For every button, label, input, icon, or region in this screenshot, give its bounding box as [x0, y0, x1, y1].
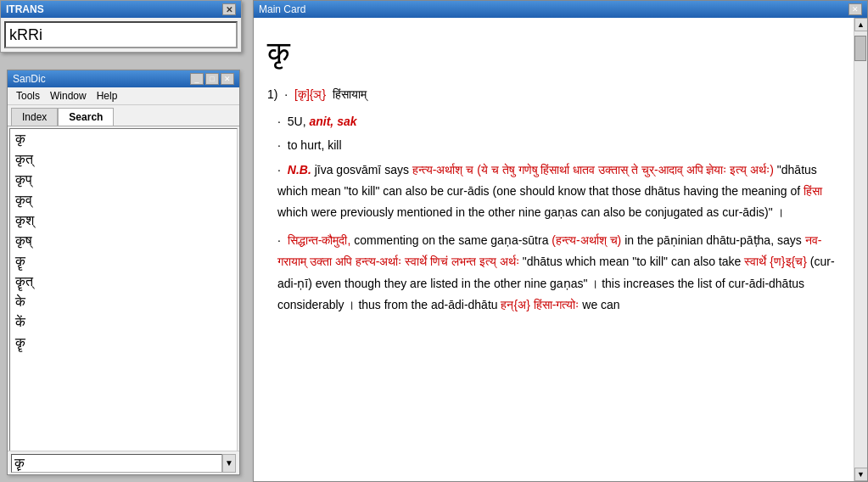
entry-1: 1) · [कृ]{ञ्} हिंसायाम्: [267, 85, 840, 105]
main-card-inner: कृ 1) · [कृ]{ञ्} हिंसायाम् · 5U, anit, s…: [254, 18, 867, 481]
para2: · सिद्धान्त-कौमुदी, commenting on the sa…: [277, 230, 840, 316]
nb-text3: which were previously mentioned in the o…: [277, 205, 784, 219]
main-card-title: Main Card: [259, 3, 305, 15]
sandic-titlebar: SanDic _ □ ✕: [8, 70, 239, 87]
sandic-maximize-button[interactable]: □: [205, 73, 219, 85]
main-card-titlebar: Main Card ✕: [254, 1, 867, 18]
sandic-window: SanDic _ □ ✕ Tools Window Help Index Sea…: [7, 70, 240, 475]
itrans-input-area: [1, 18, 241, 52]
nb-text1: jīva gosvāmī says: [315, 163, 412, 177]
menu-tools[interactable]: Tools: [11, 88, 45, 104]
sandic-close-button[interactable]: ✕: [221, 73, 234, 85]
sandic-bottom-input[interactable]: [11, 454, 222, 473]
tab-index[interactable]: Index: [11, 108, 58, 126]
nb-label: N.B.: [288, 163, 315, 177]
para2-sanskrit4: स्वार्थे {ण}इ{च}: [744, 255, 807, 268]
para2-sanskrit1: सिद्धान्त-कौमुदी,: [288, 233, 351, 247]
sandic-minimize-button[interactable]: _: [190, 73, 204, 85]
entry-line2: · to hurt, kill: [277, 136, 840, 156]
entry-bullet: ·: [284, 87, 288, 101]
para2-sanskrit5: हन्{अ}: [501, 298, 529, 311]
menu-help[interactable]: Help: [92, 88, 123, 104]
entry-number: 1): [267, 87, 281, 101]
main-card-scrollbar: ▲ ▼: [854, 18, 867, 481]
main-card-window: Main Card ✕ कृ 1) · [कृ]{ञ्} हिंसायाम् ·…: [253, 0, 868, 482]
list-item[interactable]: के: [10, 292, 237, 312]
itrans-close-button[interactable]: ✕: [222, 3, 236, 15]
list-item[interactable]: कृत्: [10, 149, 237, 170]
entry-hindi: हिंसायाम्: [333, 87, 367, 101]
entry-heading: कृ: [267, 26, 840, 78]
scrollbar-down-button[interactable]: ▼: [854, 468, 868, 481]
nb-sanskrit2: हिंसा: [804, 184, 822, 198]
itrans-titlebar: ITRANS ✕: [1, 1, 241, 18]
list-item[interactable]: कॄ: [10, 251, 237, 272]
menu-window[interactable]: Window: [45, 88, 92, 104]
line1-text: 5U,: [288, 115, 310, 128]
bullet2: ·: [277, 138, 281, 152]
para2-text4: "dhātus which mean "to kill" can also ta…: [523, 255, 745, 268]
para2-sanskrit2: (हन्त्य-अर्थाश् च): [552, 233, 621, 247]
nb-bullet: ·: [277, 163, 281, 177]
nb-paragraph: · N.B. jīva gosvāmī says हन्त्य-अर्थाश् …: [277, 160, 840, 224]
line2-text: to hurt, kill: [288, 138, 342, 152]
bullet1: ·: [277, 115, 281, 128]
main-card-content[interactable]: कृ 1) · [कृ]{ञ्} हिंसायाम् · 5U, anit, s…: [254, 18, 854, 481]
scrollbar-thumb[interactable]: [854, 36, 866, 61]
list-item[interactable]: कॄ: [10, 333, 237, 353]
itrans-window: ITRANS ✕: [0, 0, 242, 53]
sandic-bottom-bar: ▼: [8, 451, 239, 474]
sandic-list[interactable]: कृ कृत् कृप् कृव् कृश् कृष् कॄ कॄत् के क…: [9, 128, 238, 456]
list-item[interactable]: कृश्: [10, 210, 237, 231]
scrollbar-up-button[interactable]: ▲: [854, 18, 868, 31]
list-item[interactable]: कृव्: [10, 190, 237, 210]
list-item[interactable]: कॄत्: [10, 272, 237, 292]
sandic-tabs: Index Search: [8, 105, 239, 126]
list-item[interactable]: कृष्: [10, 231, 237, 251]
para2-text2: commenting on the same gaṇa-sūtra: [354, 233, 552, 247]
itrans-input[interactable]: [4, 21, 238, 48]
main-card-close-button[interactable]: ✕: [848, 3, 862, 15]
list-item[interactable]: कें: [10, 312, 237, 333]
tab-search[interactable]: Search: [58, 108, 114, 126]
para2-text3: in the pāṇinian dhātu-pāṭha, says: [624, 233, 804, 247]
entry-ref: [कृ]{ञ्}: [294, 87, 329, 101]
list-item[interactable]: कृ: [10, 129, 237, 149]
sandic-menubar: Tools Window Help: [8, 87, 239, 105]
sandic-list-container: कृ कृत् कृप् कृव् कृश् कृष् कॄ कॄत् के क…: [8, 126, 239, 457]
sandic-scroll-button[interactable]: ▼: [222, 454, 236, 473]
sandic-title: SanDic: [13, 73, 46, 85]
para2-sanskrit6: हिंसा-गत्योः: [534, 298, 580, 311]
line1-italic: anit, sak: [309, 115, 356, 128]
sandic-titlebar-buttons: _ □ ✕: [190, 73, 234, 85]
para2-text7: we can: [582, 298, 619, 311]
list-item[interactable]: कृप्: [10, 170, 237, 190]
nb-sanskrit1: हन्त्य-अर्थाश् च (ये च तेषु गणेषु हिंसार…: [412, 163, 774, 177]
scrollbar-track[interactable]: [854, 31, 868, 468]
para2-bullet: ·: [277, 233, 281, 247]
itrans-title: ITRANS: [6, 3, 44, 15]
entry-line1: · 5U, anit, sak: [277, 112, 840, 132]
